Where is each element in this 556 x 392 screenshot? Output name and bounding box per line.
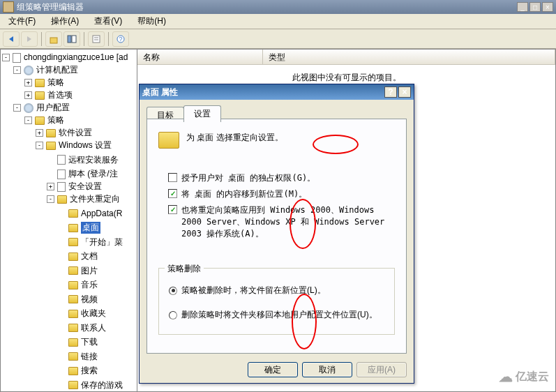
tree-script[interactable]: 脚本 (登录/注 [68,168,118,180]
folder-icon [35,91,45,100]
tree-favorites[interactable]: 收藏夹 [81,308,106,319]
expand-toggle[interactable]: + [47,183,54,190]
folder-icon [68,224,78,232]
tree-pics[interactable]: 图片 [81,265,98,277]
tree-desktop[interactable]: 桌面 [81,222,100,234]
tree-win-settings[interactable]: Windows 设置 [59,140,112,151]
groupbox-policy-delete: 策略删除 策略被删除时，将文件留在新位置(L)。 删除策略时将文件夹移回本地用户… [158,268,395,335]
tree-downloads[interactable]: 下载 [81,336,98,348]
folder-icon [68,310,78,318]
window-titlebar: 组策略管理编辑器 _ □ × [0,0,556,14]
label-exclusive: 授予用户对 桌面 的独占权限(G)。 [181,172,315,184]
tree-video[interactable]: 视频 [81,294,98,306]
tree-remote-install[interactable]: 远程安装服务 [68,154,119,166]
tree-security[interactable]: 安全设置 [68,181,102,193]
desktop-folder-icon [158,132,179,149]
tree-music[interactable]: 音乐 [81,279,98,291]
groupbox-title: 策略删除 [165,263,204,275]
dialog-close-button[interactable]: × [398,86,411,98]
col-type[interactable]: 类型 [263,50,555,64]
folder-icon [68,209,78,218]
expand-toggle[interactable]: - [24,116,32,124]
menu-view[interactable]: 查看(V) [90,14,126,29]
watermark-logo-icon: ☁ [499,368,513,385]
folder-icon [35,116,45,125]
expand-toggle[interactable]: - [13,66,21,74]
checkbox-move[interactable] [168,189,177,198]
expand-toggle[interactable]: + [36,129,43,137]
ris-icon [57,155,66,165]
tree-policy2[interactable]: 策略 [47,114,64,126]
tree-sw-settings[interactable]: 软件设置 [59,127,92,139]
security-icon [57,182,66,192]
svg-rect-0 [50,38,57,43]
checkbox-apply-2000[interactable] [168,205,177,214]
tree-start-menu[interactable]: 「开始」菜 [81,236,123,248]
tree-saved-games[interactable]: 保存的游戏 [81,379,123,391]
folder-icon [68,352,78,361]
apply-button[interactable]: 应用(A) [356,362,407,377]
folder-icon [68,381,78,389]
back-button[interactable] [3,31,20,47]
radio-leave[interactable] [169,287,177,295]
close-button[interactable]: × [542,2,553,12]
tree-docs[interactable]: 文档 [81,250,98,262]
label-apply-2000: 也将重定向策略应用到 Windows 2000、Windows 2000 Ser… [181,204,395,240]
folder-icon [46,129,56,137]
properties-dialog: 桌面 属性 ? × 目标 设置 为 桌面 选择重定向设置。 授予用户对 桌面 的… [139,84,414,384]
svg-rect-1 [68,36,71,43]
dialog-titlebar[interactable]: 桌面 属性 ? × [140,84,414,100]
tree-pane[interactable]: -chongdingxiangzuce1ue [ad -计算机配置 +策略 +首… [0,49,137,392]
dialog-help-button[interactable]: ? [384,86,397,98]
menu-action[interactable]: 操作(A) [47,14,83,29]
up-button[interactable] [45,31,62,47]
svg-text:?: ? [119,36,122,43]
tree-contacts[interactable]: 联系人 [81,322,106,334]
menu-file[interactable]: 文件(F) [4,14,40,29]
tab-settings[interactable]: 设置 [183,105,221,122]
tree-folder-redir[interactable]: 文件夹重定向 [70,193,120,205]
tree-user-cfg[interactable]: 用户配置 [36,102,70,114]
folder-icon [68,238,78,246]
folder-icon [68,266,78,275]
forward-button[interactable] [21,31,38,47]
radio-move-back[interactable] [169,311,177,319]
tree-policy[interactable]: 策略 [47,77,64,89]
tree-root[interactable]: chongdingxiangzuce1ue [ad [24,52,128,63]
properties-button[interactable] [88,31,105,47]
col-name[interactable]: 名称 [137,50,263,64]
minimize-button[interactable]: _ [517,2,528,12]
svg-rect-3 [93,36,100,43]
menu-help[interactable]: 帮助(H) [133,14,170,29]
checkbox-exclusive[interactable] [168,173,177,182]
expand-toggle[interactable]: + [24,79,32,86]
tree-computer-cfg[interactable]: 计算机配置 [36,64,78,76]
tree-appdata[interactable]: AppData(R [81,208,122,220]
expand-toggle[interactable]: - [36,142,43,149]
label-move: 将 桌面 的内容移到新位置(M)。 [181,188,307,200]
expand-toggle[interactable]: - [2,54,10,61]
ok-button[interactable]: 确定 [248,362,298,377]
tree-links[interactable]: 链接 [81,351,98,363]
computer-icon [24,66,33,75]
dialog-title: 桌面 属性 [142,86,384,98]
folder-icon [46,142,56,150]
folder-icon [68,324,78,332]
watermark-text: 亿速云 [516,370,549,384]
help-button[interactable]: ? [112,31,129,47]
script-icon [57,169,66,179]
app-icon [3,1,14,13]
tree-preferences[interactable]: 首选项 [47,89,73,101]
menubar: 文件(F) 操作(A) 查看(V) 帮助(H) [0,14,556,29]
settings-desc: 为 桌面 选择重定向设置。 [186,133,283,142]
expand-toggle[interactable]: + [24,91,32,99]
folder-icon [57,195,67,204]
cancel-button[interactable]: 取消 [302,362,352,377]
window-title: 组策略管理编辑器 [17,1,517,13]
expand-toggle[interactable]: - [47,195,54,203]
expand-toggle[interactable]: - [13,104,21,112]
svg-rect-2 [72,36,76,43]
tree-search[interactable]: 搜索 [81,365,98,377]
maximize-button[interactable]: □ [529,2,541,12]
show-hide-button[interactable] [63,31,80,47]
